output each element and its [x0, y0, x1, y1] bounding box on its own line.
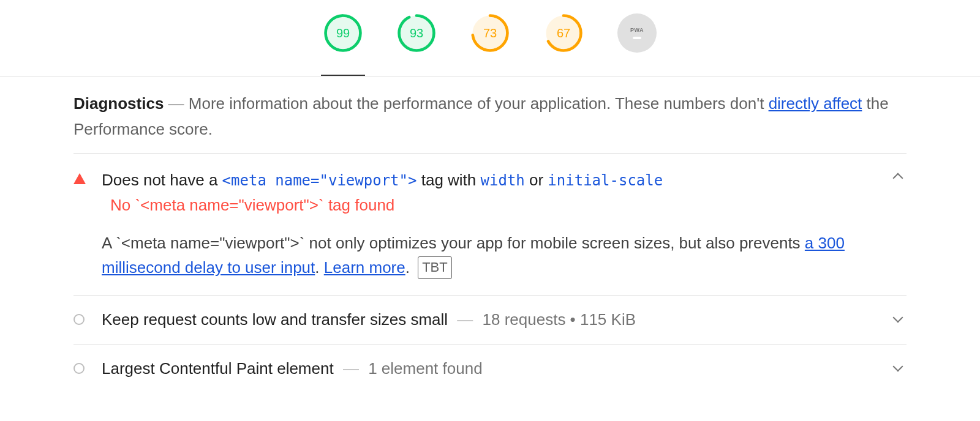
seo-score: 67	[544, 13, 583, 53]
audit-viewport-description: A `<meta name="viewport">` not only opti…	[102, 231, 877, 280]
score-best-practices[interactable]: 73	[470, 13, 510, 55]
audit-viewport-subtitle: No `<meta name="viewport">` tag found	[110, 196, 877, 215]
score-pwa[interactable]: PWA	[617, 13, 657, 55]
score-performance[interactable]: 99	[323, 13, 363, 55]
fail-triangle-icon	[74, 172, 89, 184]
audit-requests: Keep request counts low and transfer siz…	[74, 296, 907, 345]
info-circle-icon	[74, 314, 89, 325]
accessibility-score: 93	[397, 13, 436, 53]
chevron-down-icon	[889, 314, 907, 321]
chevron-down-icon	[889, 363, 907, 370]
audit-viewport-header[interactable]: Does not have a <meta name="viewport"> t…	[74, 154, 907, 295]
audit-requests-header[interactable]: Keep request counts low and transfer siz…	[74, 296, 907, 344]
info-circle-icon	[74, 363, 89, 374]
score-seo[interactable]: 67	[544, 13, 583, 55]
audit-requests-title: Keep request counts low and transfer siz…	[102, 310, 448, 329]
pwa-label: PWA	[630, 27, 644, 33]
pwa-dash-icon	[633, 37, 641, 39]
score-gauge-row: 99 93 73 67 PWA	[0, 0, 980, 76]
learn-more-link[interactable]: Learn more	[324, 258, 405, 277]
diagnostics-title: Diagnostics	[74, 94, 164, 113]
score-accessibility[interactable]: 93	[397, 13, 436, 55]
diagnostics-desc-1: More information about the performance o…	[189, 94, 769, 113]
audit-viewport: Does not have a <meta name="viewport"> t…	[74, 154, 907, 296]
pwa-gauge-icon: PWA	[617, 13, 657, 53]
audit-requests-summary: 18 requests • 115 KiB	[483, 310, 636, 329]
performance-score: 99	[323, 13, 363, 53]
audit-lcp-summary: 1 element found	[368, 359, 482, 378]
best-practices-score: 73	[470, 13, 510, 53]
diagnostics-heading: Diagnostics — More information about the…	[74, 91, 907, 142]
audit-lcp-header[interactable]: Largest Contentful Paint element — 1 ele…	[74, 345, 907, 393]
directly-affect-link[interactable]: directly affect	[769, 94, 862, 113]
audit-lcp-title: Largest Contentful Paint element	[102, 359, 334, 378]
audit-viewport-title: Does not have a <meta name="viewport"> t…	[102, 168, 877, 192]
chevron-up-icon	[889, 172, 907, 182]
audit-lcp: Largest Contentful Paint element — 1 ele…	[74, 345, 907, 393]
tbt-tag: TBT	[418, 256, 452, 278]
